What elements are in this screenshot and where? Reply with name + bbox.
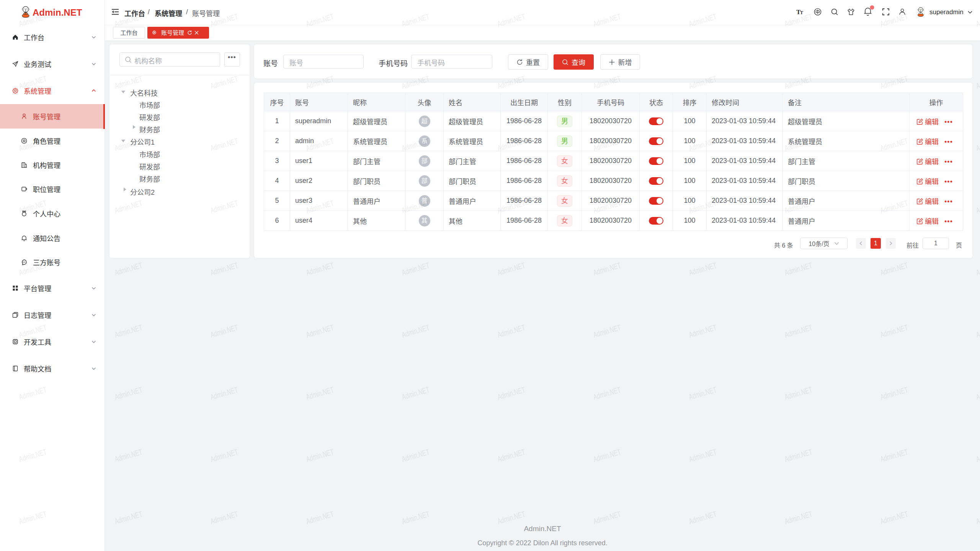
svg-text:T: T (800, 10, 803, 15)
